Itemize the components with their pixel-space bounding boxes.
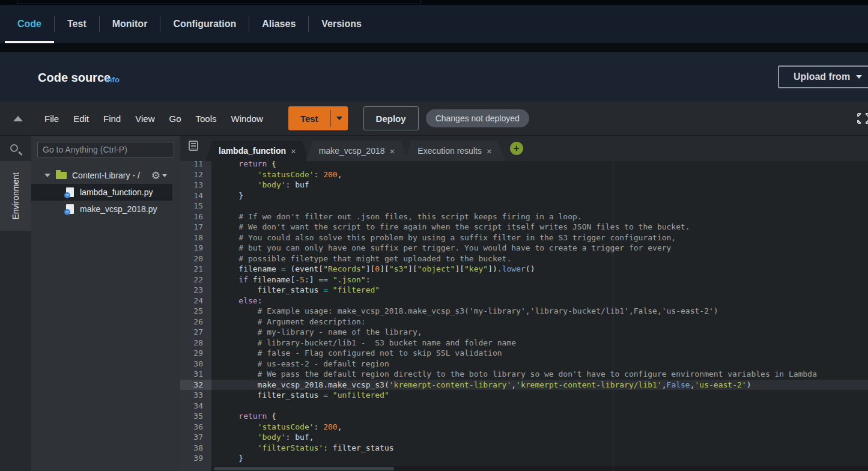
code-token: # my-library - name of the library, (220, 327, 422, 336)
folder-expand-caret-icon[interactable] (44, 174, 50, 177)
tab-test[interactable]: Test (55, 5, 99, 43)
code-line[interactable]: 25 # Example usage: make_vcsp_2018.make_… (180, 306, 868, 317)
code-line[interactable]: 18 # You could also solve this problem b… (180, 232, 868, 243)
code-line-text: else: (211, 296, 262, 306)
folder-name: Content-Library - / (72, 171, 140, 180)
code-token: : (314, 422, 324, 431)
tree-settings-button[interactable]: ⚙ (151, 171, 167, 181)
code-line[interactable]: 17 # We don't want the script to fire ag… (180, 222, 868, 232)
code-token: # false - Flag configured not to skip SS… (220, 348, 502, 357)
code-line[interactable]: 30 # us-east-2 - default region (180, 359, 868, 369)
code-line-text: filter_status = "filtered" (211, 285, 380, 296)
close-tab-icon[interactable]: × (487, 146, 492, 156)
fullscreen-icon[interactable] (856, 112, 868, 125)
editor-tab-lambda_function[interactable]: lambda_function× (205, 141, 309, 161)
line-number: 29 (180, 348, 211, 359)
test-dropdown[interactable] (331, 106, 348, 130)
code-line[interactable]: 20 # possible filetype that might get up… (180, 254, 868, 264)
code-line[interactable]: 39 } (180, 453, 868, 464)
code-line[interactable]: 13 'body': buf (180, 180, 868, 190)
code-line[interactable]: 32 make_vcsp_2018.make_vcsp_s3('kremerpt… (180, 380, 868, 390)
menu-edit[interactable]: Edit (66, 114, 96, 124)
code-token: # library-bucket/lib1 - S3 bucket name a… (220, 338, 516, 347)
line-number: 16 (180, 211, 211, 222)
new-tab-button[interactable]: + (510, 142, 523, 155)
code-token: # Example usage: make_vcsp_2018.make_vcs… (220, 306, 718, 315)
code-line[interactable]: 37 'body': buf, (180, 432, 868, 443)
upload-from-button[interactable]: Upload from (778, 65, 868, 88)
code-line[interactable]: 16 # If we don't filter out .json files,… (180, 211, 868, 222)
close-tab-icon[interactable]: × (291, 146, 296, 156)
code-token: filter_status (220, 285, 323, 294)
code-line[interactable]: 11 return { (180, 161, 868, 169)
code-line[interactable]: 19 # but you can only have one suffix pe… (180, 243, 868, 254)
code-line[interactable]: 35 return { (180, 411, 868, 422)
menu-find[interactable]: Find (96, 114, 128, 124)
code-line-text: make_vcsp_2018.make_vcsp_s3('kremerpt-co… (211, 380, 751, 390)
code-line[interactable]: 31 # We pass the default region directly… (180, 369, 868, 380)
code-line[interactable]: 21 filename = (event["Records"][0]["s3"]… (180, 264, 868, 275)
menu-window[interactable]: Window (224, 114, 270, 124)
code-line[interactable]: 36 'statusCode': 200, (180, 422, 868, 433)
code-line-text: # If we don't filter out .json files, th… (211, 211, 582, 222)
goto-anything-input[interactable] (37, 142, 174, 157)
code-line[interactable]: 28 # library-bucket/lib1 - S3 bucket nam… (180, 338, 868, 348)
info-link[interactable]: Info (105, 75, 120, 84)
code-line[interactable]: 27 # my-library - name of the library, (180, 327, 868, 338)
code-editor[interactable]: 11 return {12 'statusCode': 200,13 'body… (180, 161, 868, 471)
status-badge: Changes not deployed (426, 109, 529, 127)
line-number: 15 (180, 201, 211, 211)
tab-configuration[interactable]: Configuration (160, 5, 249, 43)
code-token: :] (305, 275, 318, 284)
file-row-lambda_function.py[interactable]: lambda_function.py (31, 184, 172, 201)
collapse-panel-icon[interactable] (13, 116, 23, 121)
code-token (220, 170, 258, 179)
code-token (220, 161, 238, 168)
code-line[interactable]: 23 filter_status = "filtered" (180, 285, 868, 296)
file-row-make_vcsp_2018.py[interactable]: make_vcsp_2018.py (31, 201, 172, 217)
code-line[interactable]: 26 # Argument description: (180, 317, 868, 327)
code-line-text: # my-library - name of the library, (211, 327, 422, 338)
code-line[interactable]: 34 (180, 401, 868, 412)
folder-row[interactable]: Content-Library - / ⚙ (31, 167, 180, 184)
line-number: 28 (180, 338, 211, 348)
code-token: # If we don't filter out .json files, th… (220, 212, 582, 221)
line-number: 22 (180, 275, 211, 285)
menu-view[interactable]: View (128, 114, 162, 124)
code-token: , (662, 380, 667, 389)
close-tab-icon[interactable]: × (390, 146, 395, 156)
tab-list-icon[interactable] (189, 141, 198, 151)
code-line[interactable]: 38 'filterStatus': filter_status (180, 443, 868, 454)
code-token: : (314, 170, 324, 179)
code-line[interactable]: 33 filter_status = "unfiltered" (180, 390, 868, 401)
code-line[interactable]: 14 } (180, 190, 868, 201)
code-token: return (238, 412, 267, 421)
code-line[interactable]: 22 if filename[-5:] == ".json": (180, 275, 868, 285)
code-token: # We don't want the script to fire again… (220, 222, 690, 231)
line-number: 21 (180, 264, 211, 275)
search-icon[interactable] (10, 144, 18, 152)
horizontal-scrollbar (211, 466, 868, 471)
deploy-button[interactable]: Deploy (363, 106, 419, 130)
environment-tab[interactable]: Environment (0, 161, 31, 231)
menu-go[interactable]: Go (162, 114, 188, 124)
tab-code[interactable]: Code (5, 5, 54, 43)
tab-aliases[interactable]: Aliases (249, 5, 308, 43)
test-button[interactable]: Test (288, 106, 348, 130)
code-token: "object" (417, 264, 455, 273)
horizontal-scrollbar-thumb[interactable] (214, 467, 394, 470)
menu-tools[interactable]: Tools (188, 114, 223, 124)
code-line[interactable]: 24 else: (180, 296, 868, 306)
code-line-text: 'statusCode': 200, (211, 422, 342, 433)
code-line[interactable]: 12 'statusCode': 200, (180, 169, 868, 180)
code-line[interactable]: 29 # false - Flag configured not to skip… (180, 348, 868, 359)
menu-file[interactable]: File (37, 114, 66, 124)
editor-tab-make_vcsp_2018[interactable]: make_vcsp_2018× (306, 141, 408, 161)
tab-monitor[interactable]: Monitor (100, 5, 160, 43)
code-token: 'statusCode' (258, 422, 314, 431)
code-token (220, 422, 258, 431)
code-token: ) (747, 380, 751, 389)
editor-tab-execution-results[interactable]: Execution results× (404, 141, 505, 161)
tab-versions[interactable]: Versions (309, 5, 374, 43)
code-line[interactable]: 15 (180, 201, 868, 211)
